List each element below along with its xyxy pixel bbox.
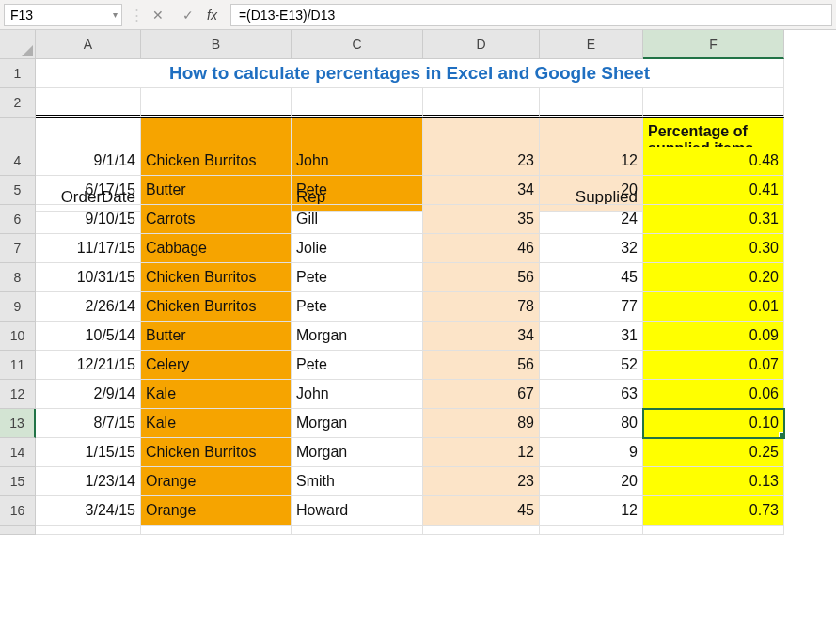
row-header-12[interactable]: 12: [0, 380, 36, 409]
cell-C4[interactable]: John: [292, 147, 423, 176]
col-header-F[interactable]: F: [643, 30, 784, 59]
cell-C14[interactable]: Morgan: [292, 438, 423, 467]
cell-C8[interactable]: Pete: [292, 263, 423, 292]
cell-F6[interactable]: 0.31: [643, 205, 784, 234]
row-header-8[interactable]: 8: [0, 263, 36, 292]
cell-F8[interactable]: 0.20: [643, 263, 784, 292]
row-header-1[interactable]: 1: [0, 59, 36, 88]
row-header-5[interactable]: 5: [0, 176, 36, 205]
cell-D12[interactable]: 67: [423, 380, 540, 409]
cancel-icon[interactable]: ✕: [147, 4, 169, 26]
cell-F7[interactable]: 0.30: [643, 234, 784, 263]
cell-C10[interactable]: Morgan: [292, 322, 423, 351]
cell-D10[interactable]: 34: [423, 322, 540, 351]
cell-A16[interactable]: 3/24/15: [36, 496, 141, 526]
cell-A15[interactable]: 1/23/14: [36, 467, 141, 496]
cell-A6[interactable]: 9/10/15: [36, 205, 141, 234]
row-header-6[interactable]: 6: [0, 205, 36, 234]
row-header-15[interactable]: 15: [0, 467, 36, 496]
cell-C7[interactable]: Jolie: [292, 234, 423, 263]
cell-B13[interactable]: Kale: [141, 409, 292, 438]
cell-F15[interactable]: 0.13: [643, 467, 784, 496]
cell-D13[interactable]: 89: [423, 409, 540, 438]
cell-D7[interactable]: 46: [423, 234, 540, 263]
row-header-13[interactable]: 13: [0, 409, 36, 438]
cell-B16[interactable]: Orange: [141, 496, 292, 526]
row-header-10[interactable]: 10: [0, 322, 36, 351]
cell-E10[interactable]: 31: [540, 322, 643, 351]
cell-row17[interactable]: [423, 526, 540, 535]
cell-E8[interactable]: 45: [540, 263, 643, 292]
cell-D15[interactable]: 23: [423, 467, 540, 496]
cell-C9[interactable]: Pete: [292, 292, 423, 322]
spreadsheet-grid[interactable]: A B C D E F 1 How to calculate percentag…: [0, 30, 836, 555]
cell-F2[interactable]: [643, 88, 784, 118]
cell-E13[interactable]: 80: [540, 409, 643, 438]
cell-F14[interactable]: 0.25: [643, 438, 784, 467]
cell-C11[interactable]: Pete: [292, 351, 423, 380]
cell-F10[interactable]: 0.09: [643, 322, 784, 351]
cell-E15[interactable]: 20: [540, 467, 643, 496]
cell-B9[interactable]: Chicken Burritos: [141, 292, 292, 322]
cell-B6[interactable]: Carrots: [141, 205, 292, 234]
cell-F4[interactable]: 0.48: [643, 147, 784, 176]
cell-A5[interactable]: 6/17/15: [36, 176, 141, 205]
cell-A13[interactable]: 8/7/15: [36, 409, 141, 438]
cell-F13[interactable]: 0.10: [643, 409, 784, 438]
cell-E2[interactable]: [540, 88, 643, 118]
cell-A12[interactable]: 2/9/14: [36, 380, 141, 409]
row-header-4[interactable]: 4: [0, 147, 36, 176]
row-header-2[interactable]: 2: [0, 88, 36, 118]
row-header-17[interactable]: [0, 526, 36, 535]
cell-C12[interactable]: John: [292, 380, 423, 409]
cell-B4[interactable]: Chicken Burritos: [141, 147, 292, 176]
cell-D4[interactable]: 23: [423, 147, 540, 176]
cell-D5[interactable]: 34: [423, 176, 540, 205]
cell-A7[interactable]: 11/17/15: [36, 234, 141, 263]
cell-row17[interactable]: [643, 526, 784, 535]
row-header-7[interactable]: 7: [0, 234, 36, 263]
cell-E11[interactable]: 52: [540, 351, 643, 380]
cell-F12[interactable]: 0.06: [643, 380, 784, 409]
cell-B2[interactable]: [141, 88, 292, 118]
cell-E12[interactable]: 63: [540, 380, 643, 409]
cell-A10[interactable]: 10/5/14: [36, 322, 141, 351]
cell-F11[interactable]: 0.07: [643, 351, 784, 380]
row-header-16[interactable]: 16: [0, 496, 36, 526]
cell-C13[interactable]: Morgan: [292, 409, 423, 438]
chevron-down-icon[interactable]: ▾: [113, 9, 118, 20]
confirm-icon[interactable]: ✓: [177, 4, 199, 26]
cell-A9[interactable]: 2/26/14: [36, 292, 141, 322]
col-header-B[interactable]: B: [141, 30, 292, 59]
cell-D6[interactable]: 35: [423, 205, 540, 234]
cell-A8[interactable]: 10/31/15: [36, 263, 141, 292]
cell-E14[interactable]: 9: [540, 438, 643, 467]
cell-C16[interactable]: Howard: [292, 496, 423, 526]
name-box[interactable]: F13 ▾: [4, 4, 122, 26]
cell-F16[interactable]: 0.73: [643, 496, 784, 526]
col-header-D[interactable]: D: [423, 30, 540, 59]
cell-B12[interactable]: Kale: [141, 380, 292, 409]
cell-row17[interactable]: [36, 526, 141, 535]
cell-E4[interactable]: 12: [540, 147, 643, 176]
cell-A2[interactable]: [36, 88, 141, 118]
row-header-11[interactable]: 11: [0, 351, 36, 380]
cell-F5[interactable]: 0.41: [643, 176, 784, 205]
formula-input[interactable]: =(D13-E13)/D13: [230, 4, 832, 26]
cell-row17[interactable]: [292, 526, 423, 535]
cell-E5[interactable]: 20: [540, 176, 643, 205]
cell-A11[interactable]: 12/21/15: [36, 351, 141, 380]
cell-E9[interactable]: 77: [540, 292, 643, 322]
cell-row17[interactable]: [141, 526, 292, 535]
fx-icon[interactable]: fx: [207, 8, 217, 23]
cell-row17[interactable]: [540, 526, 643, 535]
select-all-corner[interactable]: [0, 30, 36, 59]
cell-B11[interactable]: Celery: [141, 351, 292, 380]
cell-A4[interactable]: 9/1/14: [36, 147, 141, 176]
cell-D8[interactable]: 56: [423, 263, 540, 292]
cell-D2[interactable]: [423, 88, 540, 118]
cell-D11[interactable]: 56: [423, 351, 540, 380]
row-header-9[interactable]: 9: [0, 292, 36, 322]
col-header-A[interactable]: A: [36, 30, 141, 59]
cell-D16[interactable]: 45: [423, 496, 540, 526]
